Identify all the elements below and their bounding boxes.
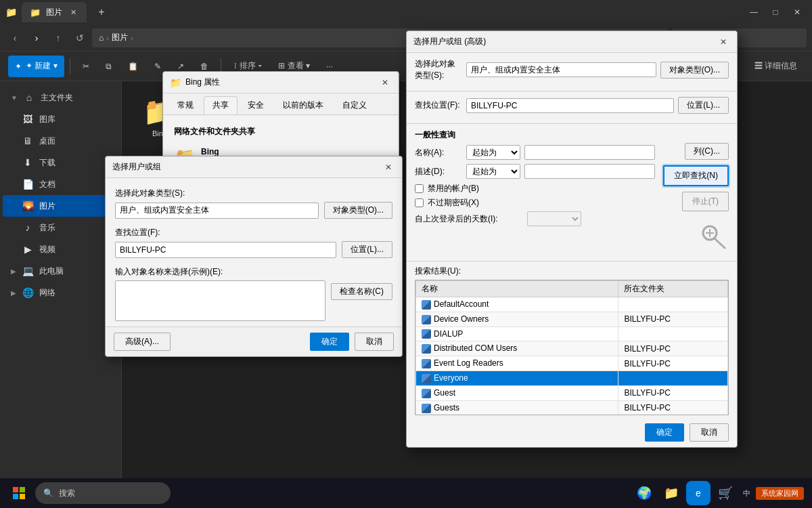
explorer-tab[interactable]: 📁 图片 ✕ [22, 2, 87, 22]
object-type-btn[interactable]: 对象类型(O)... [324, 202, 392, 219]
col-name-header[interactable]: 名称 [416, 281, 618, 297]
back-btn[interactable]: ‹ [5, 28, 24, 47]
adv-object-type-section: 选择此对象类型(S): 对象类型(O)... [407, 53, 737, 91]
tab-security[interactable]: 安全 [239, 96, 273, 114]
select-user-ok[interactable]: 确定 [310, 333, 349, 351]
table-row[interactable]: DIALUP [416, 326, 728, 341]
adv-location-input[interactable] [466, 98, 674, 113]
videos-icon: ▶ [22, 244, 34, 255]
stop-btn[interactable]: 停止(T) [682, 192, 729, 211]
location-input[interactable] [115, 242, 336, 258]
minimize-btn[interactable]: — [744, 3, 763, 22]
sidebar-item-pictures[interactable]: ▶ 🌄 图片 [3, 195, 118, 217]
sidebar-item-desktop[interactable]: ▶ 🖥 桌面 [3, 130, 118, 152]
select-user-close[interactable]: ✕ [382, 161, 395, 174]
table-row[interactable]: Everyone [416, 371, 728, 386]
start-btn[interactable] [8, 482, 30, 504]
adv-object-type-btn[interactable]: 对象类型(O)... [660, 62, 729, 79]
select-user-titlebar[interactable]: 选择用户或组 ✕ [106, 156, 402, 178]
taskbar-app-folder[interactable]: 📁 [659, 481, 683, 505]
docs-icon: 📄 [22, 179, 34, 190]
enter-name-row: 检查名称(C) [115, 280, 392, 321]
select-user-footer: 高级(A)... 确定 取消 [106, 326, 402, 356]
tab-previous-versions[interactable]: 以前的版本 [274, 96, 332, 114]
sidebar-item-gallery[interactable]: ▶ 🖼 图库 [3, 108, 118, 130]
tab-general[interactable]: 常规 [168, 96, 202, 114]
taskbar-app-store[interactable]: 🛒 [713, 481, 738, 505]
gallery-icon: 🖼 [22, 114, 34, 125]
tab-customize[interactable]: 自定义 [334, 96, 376, 114]
location-btn[interactable]: 位置(L)... [342, 241, 392, 258]
cut-btn[interactable]: ✂ [76, 56, 96, 77]
sidebar-item-videos[interactable]: ▶ ▶ 视频 [3, 238, 118, 260]
list-col-btn[interactable]: 列(C)... [685, 143, 729, 160]
tab-close-btn[interactable]: ✕ [68, 7, 78, 18]
taskbar-search[interactable]: 🔍 搜索 [35, 482, 171, 504]
sidebar-item-thispc[interactable]: ▶ 💻 此电脑 [3, 260, 118, 282]
expand-icon: ▼ [11, 94, 18, 102]
new-btn[interactable]: ✦ ✦ 新建 ▾ [8, 56, 64, 77]
table-row[interactable]: DefaultAccount [416, 297, 728, 312]
adv-name-input[interactable] [524, 145, 655, 160]
adv-desc-input[interactable] [524, 164, 655, 179]
new-tab-btn[interactable]: + [92, 3, 111, 22]
check-name-btn[interactable]: 检查名称(C) [331, 283, 392, 300]
disabled-accounts-checkbox[interactable] [415, 184, 424, 193]
search-now-btn[interactable]: 立即查找(N) [663, 165, 729, 186]
maximize-btn[interactable]: □ [766, 3, 785, 22]
sharing-section-title: 网络文件和文件夹共享 [174, 126, 388, 137]
adv-titlebar[interactable]: 选择用户或组 (高级) ✕ [407, 31, 737, 53]
thispc-icon: 💻 [22, 266, 34, 276]
table-row[interactable]: Device OwnersBILLYFU-PC [416, 312, 728, 326]
group-icon [422, 359, 431, 368]
sidebar-item-network[interactable]: ▶ 🌐 网络 [3, 282, 118, 303]
details-btn[interactable]: ☰ 详细信息 [748, 56, 804, 77]
results-container[interactable]: 名称 所在文件夹 DefaultAccountDevice OwnersBILL… [415, 280, 729, 415]
sidebar-music-label: 音乐 [39, 222, 55, 234]
refresh-btn[interactable]: ↺ [70, 28, 89, 47]
sidebar-item-downloads[interactable]: ▶ ⬇ 下载 [3, 152, 118, 173]
paste-btn[interactable]: 📋 [121, 56, 145, 77]
adv-cancel-btn[interactable]: 取消 [690, 423, 729, 442]
table-row[interactable]: GuestBILLYFU-PC [416, 385, 728, 400]
explorer-icon: 📁 [5, 7, 16, 18]
advanced-btn[interactable]: 高级(A)... [114, 333, 171, 351]
adv-name-label: 名称(A): [415, 147, 462, 158]
adv-close[interactable]: ✕ [717, 35, 730, 49]
select-user-cancel[interactable]: 取消 [355, 333, 394, 351]
adv-object-type-input[interactable] [466, 62, 656, 77]
adv-days-since-label: 自上次登录后的天数(I): [415, 213, 523, 225]
result-name-cell: Guest [416, 385, 618, 400]
adv-days-since-dropdown[interactable] [527, 211, 581, 226]
table-row[interactable]: Event Log ReadersBILLYFU-PC [416, 356, 728, 371]
bing-props-titlebar[interactable]: 📁 Bing 属性 ✕ [163, 72, 399, 93]
tab-sharing[interactable]: 共享 [204, 96, 238, 114]
close-btn[interactable]: ✕ [788, 3, 807, 22]
forward-btn[interactable]: › [27, 28, 46, 47]
sidebar-item-docs[interactable]: ▶ 📄 文档 [3, 173, 118, 195]
group-icon [422, 344, 431, 354]
col-location-header[interactable]: 所在文件夹 [618, 281, 728, 297]
taskbar-time: 中 [743, 488, 750, 499]
object-type-label: 选择此对象类型(S): [115, 188, 392, 199]
sidebar-item-home[interactable]: ▼ ⌂ 主文件夹 [3, 87, 118, 108]
table-row[interactable]: GuestsBILLYFU-PC [416, 400, 728, 415]
sidebar-downloads-label: 下载 [39, 157, 55, 169]
adv-location-btn[interactable]: 位置(L)... [678, 97, 729, 114]
table-row[interactable]: Distributed COM UsersBILLYFU-PC [416, 341, 728, 356]
up-btn[interactable]: ↑ [49, 28, 68, 47]
result-location-cell: BILLYFU-PC [618, 312, 728, 326]
object-type-input[interactable] [115, 203, 319, 219]
copy-btn[interactable]: ⧉ [99, 56, 118, 77]
result-location-cell [618, 326, 728, 341]
bing-props-close[interactable]: ✕ [378, 76, 392, 89]
result-location-cell [618, 371, 728, 386]
adv-name-dropdown[interactable]: 起始为 [466, 145, 520, 160]
object-name-input[interactable] [115, 280, 325, 321]
adv-desc-dropdown[interactable]: 起始为 [466, 164, 520, 179]
no-expire-checkbox[interactable] [415, 198, 424, 207]
taskbar-app-edge[interactable]: e [686, 481, 710, 505]
sidebar-item-music[interactable]: ▶ ♪ 音乐 [3, 217, 118, 238]
adv-ok-btn[interactable]: 确定 [645, 423, 684, 442]
taskbar-app-earth[interactable]: 🌍 [632, 481, 656, 505]
